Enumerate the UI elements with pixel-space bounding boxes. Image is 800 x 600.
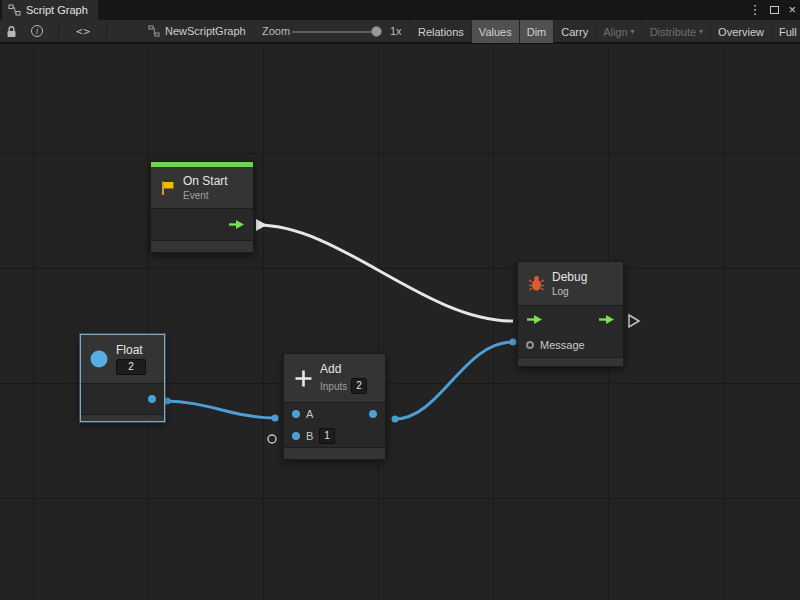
distribute-label: Distribute <box>650 26 696 38</box>
plus-icon <box>294 369 313 388</box>
values-button[interactable]: Values <box>471 20 519 43</box>
node-footer <box>81 415 164 421</box>
node-title: Add <box>320 362 367 376</box>
control-input-port-icon[interactable] <box>526 314 543 325</box>
float-value-input[interactable]: 2 <box>116 359 146 375</box>
toolbar-divider <box>106 24 107 38</box>
float-output-port[interactable] <box>148 395 156 403</box>
carry-label: Carry <box>561 26 588 38</box>
node-title: Debug <box>552 270 587 284</box>
overview-label: Overview <box>718 26 764 38</box>
add-output-port[interactable] <box>369 410 377 418</box>
control-output-port-icon[interactable] <box>228 219 245 230</box>
window-buttons: ⋮ × <box>748 0 796 20</box>
lock-icon[interactable] <box>6 20 17 42</box>
wire-float-to-add-a[interactable] <box>166 401 275 418</box>
inputs-label: Inputs <box>320 381 347 392</box>
graph-asset-icon <box>148 20 160 42</box>
dim-button[interactable]: Dim <box>519 20 554 43</box>
flag-icon <box>160 180 176 196</box>
tab-script-graph[interactable]: Script Graph <box>2 0 98 20</box>
control-output-port-icon[interactable] <box>598 314 615 325</box>
add-b-unconnected-port[interactable] <box>268 435 276 443</box>
node-add[interactable]: Add Inputs 2 A B 1 <box>283 353 386 460</box>
menu-kebab-icon[interactable]: ⋮ <box>748 0 761 20</box>
node-footer <box>151 241 253 252</box>
add-input-b-port[interactable] <box>292 432 300 440</box>
message-input-port[interactable] <box>526 341 534 349</box>
node-footer <box>518 358 623 366</box>
chevron-down-icon: ▾ <box>699 27 703 36</box>
align-button[interactable]: Align ▾ <box>595 20 641 43</box>
log-output-unconnected-port[interactable] <box>629 315 639 327</box>
relations-label: Relations <box>418 26 464 38</box>
zoom-slider-knob[interactable] <box>371 26 382 37</box>
graph-toolbar: i <> NewScriptGraph Zoom 1x Relations Va… <box>0 20 800 43</box>
port-a-label: A <box>306 408 313 420</box>
port-b-label: B <box>306 430 313 442</box>
script-graph-icon <box>8 4 21 16</box>
dim-label: Dim <box>527 26 547 38</box>
add-output-edge-port[interactable] <box>392 416 399 423</box>
values-label: Values <box>479 26 512 38</box>
toolbar-divider <box>58 24 59 38</box>
log-message-edge-port[interactable] <box>510 339 517 346</box>
info-icon[interactable]: i <box>31 20 43 42</box>
zoom-label: Zoom <box>262 20 290 42</box>
wire-add-to-log-message[interactable] <box>395 342 513 419</box>
message-port-label: Message <box>540 339 585 351</box>
toolbar-buttons: Relations Values Dim Carry Align ▾ Distr… <box>410 20 800 43</box>
add-a-edge-port[interactable] <box>272 415 279 422</box>
tab-label: Script Graph <box>26 4 88 16</box>
inputs-count-input[interactable]: 2 <box>351 378 367 394</box>
align-label: Align <box>603 26 627 38</box>
distribute-button[interactable]: Distribute ▾ <box>642 20 710 43</box>
node-title: Float <box>116 343 146 357</box>
close-icon[interactable]: × <box>788 0 796 20</box>
overview-button[interactable]: Overview <box>710 20 771 43</box>
script-graph-window: Script Graph ⋮ × i <> NewScri <box>0 0 800 600</box>
wires-layer <box>0 44 800 600</box>
zoom-value: 1x <box>390 20 402 42</box>
tab-strip: Script Graph ⋮ × <box>0 0 800 20</box>
node-subtitle: Event <box>183 190 228 201</box>
float-value-icon <box>89 349 109 369</box>
relations-button[interactable]: Relations <box>410 20 471 43</box>
node-float[interactable]: Float 2 <box>80 334 165 422</box>
graph-canvas[interactable]: On Start Event <box>0 44 800 600</box>
zoom-slider-track[interactable] <box>292 31 380 33</box>
node-on-start[interactable]: On Start Event <box>150 161 254 253</box>
fullscreen-label: Full Screen <box>779 26 800 38</box>
carry-button[interactable]: Carry <box>553 20 595 43</box>
node-debug-log[interactable]: Debug Log Me <box>517 261 624 367</box>
node-subtitle: Log <box>552 286 587 297</box>
maximize-icon[interactable] <box>770 6 779 14</box>
wire-onstart-to-log[interactable] <box>258 225 513 321</box>
onstart-output-port-arrow[interactable] <box>256 219 267 231</box>
node-title: On Start <box>183 174 228 188</box>
add-input-a-port[interactable] <box>292 410 300 418</box>
fullscreen-button[interactable]: Full Screen <box>771 20 800 43</box>
bug-icon <box>528 275 545 292</box>
port-b-value-input[interactable]: 1 <box>319 428 335 444</box>
graph-name: NewScriptGraph <box>165 20 246 42</box>
code-edit-icon[interactable]: <> <box>76 20 91 42</box>
chevron-down-icon: ▾ <box>631 27 635 36</box>
node-footer <box>284 448 385 459</box>
